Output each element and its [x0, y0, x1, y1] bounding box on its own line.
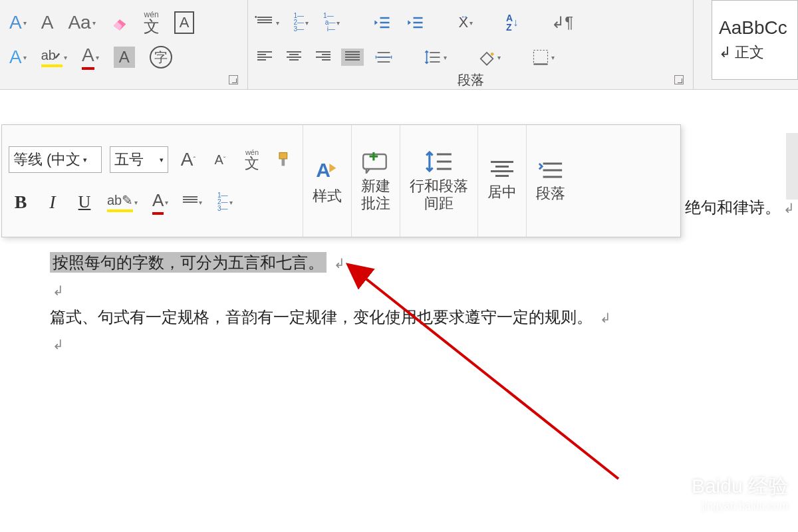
- change-case-button[interactable]: Aa ▾: [64, 9, 99, 36]
- paragraph-dialog-launcher[interactable]: [670, 72, 688, 87]
- eraser-button[interactable]: [106, 11, 133, 35]
- center-big-button[interactable]: 居中: [478, 125, 527, 237]
- italic-button[interactable]: I: [41, 189, 65, 215]
- ribbon: A ▾ A Aa ▾ wén 文 A A ▾: [0, 0, 798, 90]
- asian-layout-button[interactable]: X↔ ▾: [454, 11, 477, 34]
- watermark: Baidu 经验 jingyan.baidu.com: [692, 473, 788, 512]
- svg-rect-5: [279, 153, 287, 159]
- align-right-button[interactable]: [312, 49, 334, 66]
- clear-format-button[interactable]: A: [37, 9, 58, 36]
- paragraph-mark-icon: ↲: [783, 201, 795, 215]
- partial-button[interactable]: A ▾: [5, 9, 31, 36]
- bullets-button[interactable]: • ▾: [253, 14, 283, 31]
- align-justify-button[interactable]: [341, 49, 364, 66]
- mini-toolbar: 等线 (中文▾ 五号▾ Aˆ Aˇ wén 文 B I U ab✎ ▾: [1, 124, 681, 237]
- font-color-mini-button[interactable]: A ▾: [148, 188, 172, 217]
- new-comment-button[interactable]: 新建批注: [352, 125, 400, 237]
- watermark-sub: jingyan.baidu.com: [692, 500, 788, 512]
- svg-rect-6: [282, 159, 285, 166]
- align-left-button[interactable]: [253, 49, 276, 66]
- phonetic-guide-mini-button[interactable]: wén 文: [240, 146, 264, 174]
- shading-button[interactable]: ▾: [473, 45, 505, 69]
- doc-line3[interactable]: 篇式、句式有一定规格，音韵有一定规律，变化使用也要求遵守一定的规则。 ↲: [50, 304, 798, 331]
- format-painter-button[interactable]: [272, 148, 296, 172]
- doc-line2[interactable]: 按照每句的字数，可分为五言和七言。 ↲: [50, 249, 798, 277]
- svg-point-2: [491, 53, 494, 56]
- borders-button[interactable]: ▾: [527, 45, 559, 69]
- highlight-button[interactable]: ab ▾: [37, 45, 71, 70]
- paragraph-mark-icon: ↲: [600, 311, 611, 325]
- distribute-button[interactable]: [370, 45, 397, 69]
- style-gallery-item[interactable]: AaBbCc ↲ 正文: [712, 0, 798, 80]
- align-center-button[interactable]: [283, 49, 305, 66]
- increase-indent-button[interactable]: [402, 11, 429, 35]
- font-color-button[interactable]: A ▾: [78, 42, 103, 72]
- doc-line1-partial: 绝句和律诗。↲: [685, 197, 795, 218]
- watermark-main: Baidu 经验: [692, 473, 788, 500]
- font-name-select[interactable]: 等线 (中文▾: [9, 146, 102, 173]
- shrink-font-button[interactable]: Aˇ: [208, 150, 232, 170]
- doc-empty-line2[interactable]: ↲: [50, 331, 798, 358]
- line-spacing-big-button[interactable]: 行和段落间距: [400, 125, 478, 237]
- bold-button[interactable]: B: [9, 189, 33, 215]
- bullets-mini-button[interactable]: ▾: [180, 194, 205, 211]
- sort-button[interactable]: AZ↓: [502, 11, 522, 35]
- scrollbar[interactable]: [786, 133, 798, 200]
- svg-text:A: A: [316, 159, 331, 181]
- font-group: A ▾ A Aa ▾ wén 文 A A ▾: [0, 0, 248, 89]
- style-name-text: ↲ 正文: [719, 43, 791, 63]
- enclose-char-button[interactable]: 字: [146, 43, 176, 71]
- underline-button[interactable]: U: [72, 190, 96, 215]
- numbering-mini-button[interactable]: 1—2—3— ▾: [213, 190, 237, 215]
- show-marks-button[interactable]: ↲¶: [547, 11, 577, 35]
- document-body[interactable]: 按照每句的字数，可分为五言和七言。 ↲ ↲ 篇式、句式有一定规格，音韵有一定规律…: [50, 249, 798, 358]
- styles-button[interactable]: A 样式: [303, 125, 352, 237]
- char-border-A-button[interactable]: A: [170, 9, 199, 37]
- paragraph-big-button[interactable]: 段落: [527, 125, 575, 237]
- paragraph-mark-icon: ↲: [53, 337, 64, 352]
- highlight-mini-button[interactable]: ab✎ ▾: [104, 190, 140, 215]
- svg-rect-3: [534, 51, 548, 65]
- doc-empty-line[interactable]: ↲: [50, 277, 798, 304]
- multilevel-list-button[interactable]: 1— a— i— ▾: [319, 10, 344, 35]
- font-size-select[interactable]: 五号▾: [110, 146, 168, 173]
- grow-font-button[interactable]: Aˆ: [176, 146, 200, 173]
- paragraph-mark-icon: ↲: [334, 256, 345, 271]
- line-spacing-button[interactable]: ▾: [420, 45, 451, 69]
- text-effects-button[interactable]: A ▾: [5, 44, 31, 70]
- font-dialog-launcher[interactable]: [225, 72, 242, 87]
- paragraph-mark-icon: ↲: [53, 283, 64, 298]
- numbering-button[interactable]: 1—2—3— ▾: [290, 10, 313, 35]
- decrease-indent-button[interactable]: [369, 11, 396, 35]
- phonetic-guide-button[interactable]: wén 文: [140, 8, 164, 37]
- selected-text[interactable]: 按照每句的字数，可分为五言和七言。: [50, 252, 327, 273]
- paragraph-group: • ▾ 1—2—3— ▾ 1— a— i— ▾ X↔ ▾: [248, 0, 694, 89]
- style-preview-text: AaBbCc: [719, 17, 791, 39]
- paragraph-group-label: 段落: [458, 71, 484, 89]
- char-shading-button[interactable]: A: [110, 44, 139, 70]
